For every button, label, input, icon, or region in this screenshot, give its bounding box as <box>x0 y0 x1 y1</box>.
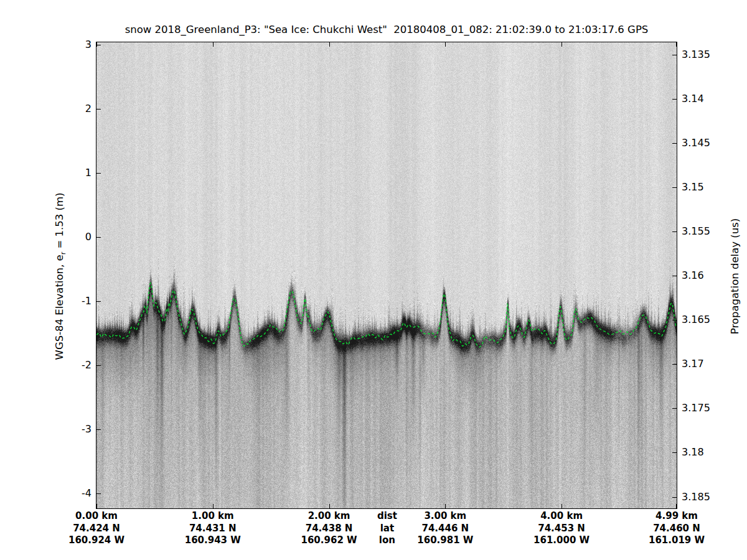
y-tick-label-right: 3.18 <box>682 447 704 458</box>
y-tick-label-left: -2 <box>0 360 92 371</box>
x-tick-block: 4.99 km74.460 N161.019 W <box>630 510 723 547</box>
figure-title: snow 2018_Greenland_P3: "Sea Ice: Chukch… <box>75 24 698 35</box>
x-tick-lat: 74.431 N <box>166 523 260 535</box>
y-tick-label-right: 3.15 <box>682 182 704 193</box>
y-tick-label-right: 3.14 <box>682 93 704 105</box>
figure-window: { "title": "snow 2018_Greenland_P3: \"Se… <box>0 0 747 560</box>
x-tick-lat: 74.460 N <box>630 523 723 535</box>
x-tick-lon: 161.000 W <box>515 534 608 547</box>
y-tick-label-right: 3.185 <box>682 492 710 503</box>
y-tick-label-left: 3 <box>0 39 92 50</box>
y-tick-label-right: 3.155 <box>682 226 710 237</box>
left-axis-label: WGS-84 Elevation, er = 1.53 (m) <box>54 193 67 360</box>
x-tick-block: 4.00 km74.453 N161.000 W <box>515 510 608 547</box>
x-tick-lat: 74.453 N <box>515 523 608 535</box>
y-tick-label-right: 3.16 <box>682 270 704 281</box>
y-tick-label-left: -1 <box>0 296 92 307</box>
x-tick-lon: 161.019 W <box>630 534 723 547</box>
y-tick-label-left: -3 <box>0 424 92 435</box>
left-axis-label-prefix: WGS-84 Elevation, e <box>54 254 65 360</box>
y-tick-label-left: 0 <box>0 231 92 243</box>
x-header-lat: lat <box>341 523 434 535</box>
echogram-canvas <box>96 42 677 508</box>
x-tick-lat: 74.424 N <box>50 523 143 535</box>
x-tick-block: 0.00 km74.424 N160.924 W <box>50 510 143 547</box>
x-header-lon: lon <box>341 534 434 547</box>
right-axis-label: Propagation delay (us) <box>729 218 741 334</box>
y-tick-label-right: 3.145 <box>682 138 710 149</box>
y-tick-label-left: 1 <box>0 167 92 179</box>
x-tick-dist: 1.00 km <box>166 510 260 523</box>
y-tick-label-right: 3.135 <box>682 49 710 60</box>
x-header-dist: dist <box>341 510 434 523</box>
y-tick-label-right: 3.165 <box>682 314 710 325</box>
y-tick-label-right: 3.17 <box>682 358 704 370</box>
y-tick-label-right: 3.175 <box>682 403 710 414</box>
x-tick-dist: 0.00 km <box>50 510 143 523</box>
x-tick-dist: 4.99 km <box>630 510 723 523</box>
x-tick-dist: 4.00 km <box>515 510 608 523</box>
left-axis-label-suffix: = 1.53 (m) <box>54 193 65 252</box>
x-tick-lon: 160.924 W <box>50 534 143 547</box>
y-tick-label-left: 2 <box>0 103 92 114</box>
y-tick-label-left: -4 <box>0 488 92 499</box>
x-tick-lon: 160.943 W <box>166 534 260 547</box>
plot-area <box>96 42 677 509</box>
x-tick-block: 1.00 km74.431 N160.943 W <box>166 510 260 547</box>
left-axis-label-subscript: r <box>59 252 67 255</box>
x-tick-header-block: distlatlon <box>341 510 434 547</box>
